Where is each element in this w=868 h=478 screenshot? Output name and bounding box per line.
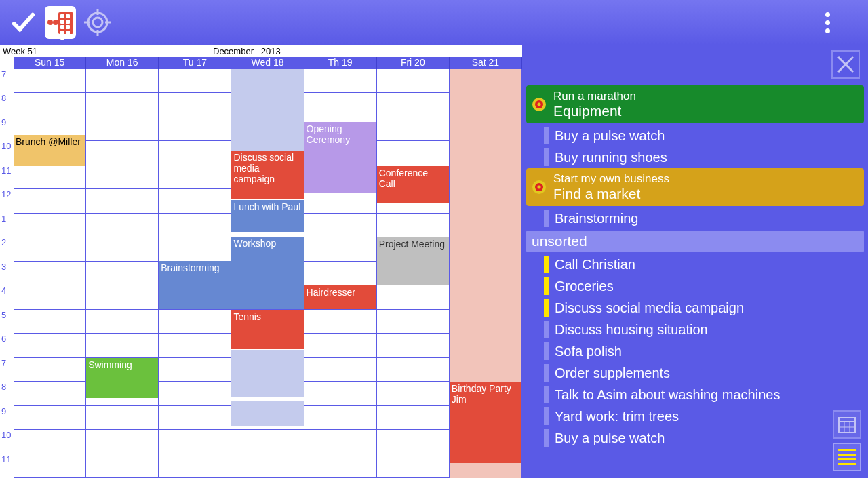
hour-label: 8 [0, 382, 14, 405]
day-col-sun[interactable]: Brunch @Miller [14, 69, 86, 478]
tasks-pane: Run a marathonEquipmentBuy a pulse watch… [522, 45, 868, 478]
hour-label: 11 [0, 454, 14, 478]
task-item[interactable]: Call Christian [526, 254, 864, 275]
task-item[interactable]: Talk to Asim about washing machines [526, 384, 864, 405]
hour-label: 4 [0, 285, 14, 309]
task-label: Buy a pulse watch [555, 128, 665, 144]
task-item[interactable]: Buy a pulse watch [526, 427, 864, 449]
calendar-event[interactable]: Opening Ceremony [304, 122, 376, 193]
day-col-wed[interactable]: Discuss social media campaignLunch with … [231, 69, 304, 478]
calendar-view-icon[interactable] [45, 6, 76, 39]
task-label: Buy running shoes [555, 150, 667, 165]
calendar-event[interactable]: Discuss social media campaign [231, 151, 303, 199]
calendar-event[interactable]: Workshop [231, 237, 303, 309]
unsorted-header[interactable]: unsorted [526, 231, 864, 252]
task-label: Talk to Asim about washing machines [555, 387, 780, 403]
goal-title: Equipment [553, 103, 859, 119]
task-item[interactable]: Buy running shoes [526, 146, 864, 168]
hour-label: 10 [0, 430, 14, 454]
hour-label: 12 [0, 189, 14, 213]
calendar-event[interactable]: Lunch with Paul [231, 200, 303, 232]
day-col-mon[interactable]: Swimming [86, 69, 159, 478]
calendar-event[interactable]: Birthday Party Jim [450, 382, 521, 463]
goal-subtitle: Start my own business [553, 172, 859, 186]
svg-rect-18 [839, 418, 855, 433]
top-toolbar [0, 0, 868, 45]
task-label: Brainstorming [555, 211, 638, 226]
task-priority-bar [544, 321, 549, 338]
hour-label: 6 [0, 334, 14, 357]
task-priority-bar [544, 210, 549, 227]
hour-label: 11 [0, 165, 14, 189]
day-header[interactable]: Mon 16 [86, 57, 159, 69]
svg-point-1 [93, 18, 102, 27]
day-col-thu[interactable]: Opening CeremonyHairdresser [304, 69, 377, 478]
day-col-fri[interactable]: Conference CallProject Meeting [377, 69, 450, 478]
calendar-event[interactable] [231, 69, 303, 151]
hour-label: 7 [0, 69, 14, 93]
day-col-tue[interactable]: Brainstorming [159, 69, 231, 478]
task-label: Yard work: trim trees [555, 409, 679, 424]
day-header[interactable]: Fri 20 [377, 57, 450, 69]
task-item[interactable]: Sofa polish [526, 340, 864, 362]
task-item[interactable]: Groceries [526, 275, 864, 297]
task-item[interactable]: Discuss housing situation [526, 319, 864, 340]
calendar-mini-button[interactable] [833, 410, 861, 439]
calendar-grid[interactable]: 7891011121234567891011 Brunch @Miller Sw… [0, 69, 522, 478]
calendar-event[interactable]: Project Meeting [377, 237, 449, 285]
task-item[interactable]: Brainstorming [526, 207, 864, 229]
calendar-event[interactable]: Brainstorming [159, 261, 231, 309]
main-content: Week 51 December 2013 Sun 15 Mon 16 Tu 1… [0, 45, 868, 478]
calendar-event[interactable]: Conference Call [377, 166, 449, 203]
task-label: Discuss housing situation [555, 322, 708, 338]
calendar-event[interactable] [231, 350, 303, 397]
task-priority-bar [544, 342, 549, 360]
task-priority-bar [544, 429, 549, 447]
calendar-event[interactable]: Brunch @Miller [14, 135, 85, 166]
list-view-button[interactable] [833, 443, 861, 471]
svg-point-14 [538, 103, 541, 106]
day-header[interactable]: Sat 21 [450, 57, 522, 69]
task-priority-bar [544, 127, 549, 144]
svg-point-17 [538, 186, 541, 189]
task-label: Groceries [555, 279, 614, 294]
day-header[interactable]: Sun 15 [14, 57, 86, 69]
task-priority-bar [544, 364, 549, 382]
task-item[interactable]: Discuss social media campaign [526, 297, 864, 319]
task-item[interactable]: Buy a pulse watch [526, 125, 864, 146]
hour-label: 1 [0, 214, 14, 237]
goal-header[interactable]: Start my own businessFind a market [526, 168, 864, 206]
goals-view-icon[interactable] [81, 6, 114, 39]
day-header[interactable]: Tu 17 [159, 57, 231, 69]
overflow-menu-icon[interactable] [825, 12, 830, 33]
task-item[interactable]: Yard work: trim trees [526, 405, 864, 427]
hour-label: 8 [0, 93, 14, 117]
week-label: Week 51 [3, 46, 213, 56]
goal-header[interactable]: Run a marathonEquipment [526, 85, 864, 123]
task-priority-bar [544, 148, 549, 166]
close-panel-button[interactable] [831, 50, 860, 79]
calendar-event[interactable] [231, 401, 303, 426]
calendar-event[interactable]: Swimming [86, 358, 158, 398]
task-label: Sofa polish [555, 344, 622, 359]
task-item[interactable]: Order supplements [526, 362, 864, 384]
task-priority-bar [544, 299, 549, 317]
calendar-pane: Week 51 December 2013 Sun 15 Mon 16 Tu 1… [0, 45, 522, 478]
task-label: Call Christian [555, 257, 635, 273]
day-header[interactable]: Wed 18 [231, 57, 304, 69]
day-col-sat[interactable]: Birthday Party Jim [450, 69, 522, 478]
hour-label: 3 [0, 262, 14, 285]
calendar-header: Week 51 December 2013 [0, 45, 522, 57]
hour-label: 9 [0, 117, 14, 141]
hour-labels: 7891011121234567891011 [0, 69, 14, 478]
task-priority-bar [544, 407, 549, 425]
calendar-event[interactable]: Tennis [231, 310, 303, 349]
task-label: Discuss social media campaign [555, 300, 744, 316]
hour-label: 2 [0, 237, 14, 261]
day-header[interactable]: Th 19 [304, 57, 377, 69]
hour-label: 10 [0, 141, 14, 165]
task-priority-bar [544, 386, 549, 403]
task-priority-bar [544, 277, 549, 295]
tasks-view-icon[interactable] [7, 6, 39, 39]
calendar-event[interactable]: Hairdresser [304, 285, 376, 309]
